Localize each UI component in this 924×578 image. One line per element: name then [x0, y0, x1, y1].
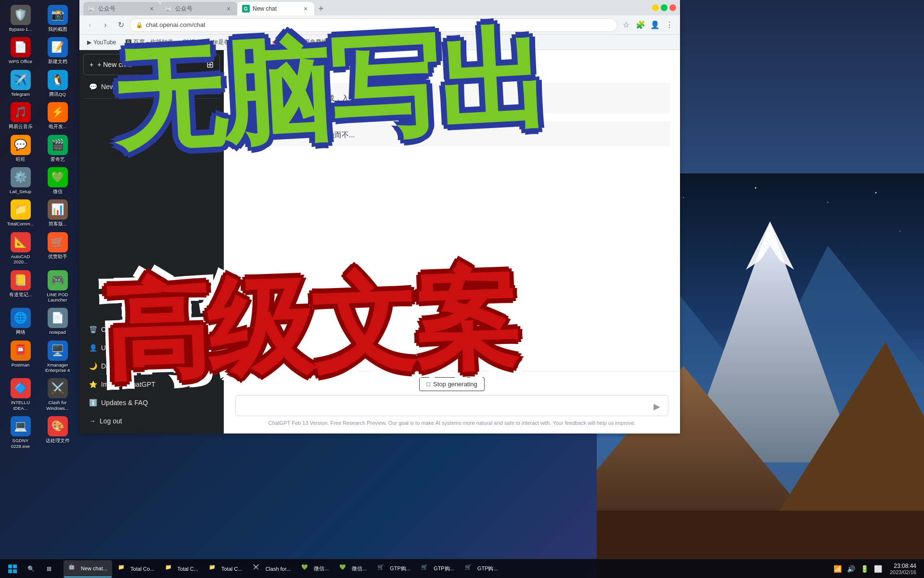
- user-avatar: U: [235, 60, 251, 75]
- tray-sound-icon[interactable]: 🔊: [846, 563, 857, 575]
- chat-input-field[interactable]: [235, 395, 668, 416]
- desktop-icon-intellij[interactable]: 🔷 INTELLIJ IDEA...: [2, 376, 38, 413]
- tab3-close[interactable]: ×: [302, 5, 309, 13]
- total2-app-icon: 📁: [165, 564, 175, 574]
- taskbar-app-newchat[interactable]: 🤖 New chat...: [64, 560, 112, 578]
- wechat2-app-label: 微信...: [352, 565, 367, 572]
- clear-conversations-item[interactable]: 🗑️ Clear conversations: [83, 321, 220, 338]
- total1-app-icon: 📁: [118, 564, 128, 574]
- gtp1-app-label: GTP购...: [390, 565, 411, 572]
- bookmark-kehu[interactable]: 客户登: [240, 37, 265, 47]
- address-bar[interactable]: 🔒 chat.openai.com/chat: [129, 18, 617, 32]
- desktop-icon-aiqiyi[interactable]: 🎬 爱奇艺: [39, 132, 76, 164]
- desktop-icon-wps[interactable]: 📄 WPS Office: [2, 35, 38, 66]
- taskbar-app-gtp3[interactable]: 🛒 GTP购...: [460, 560, 503, 578]
- desktop-icon-dian[interactable]: ⚡ 电开发...: [39, 100, 76, 131]
- browser-tab-1[interactable]: 📰 公众号 ×: [83, 2, 160, 15]
- desktop-icon-adobe[interactable]: 🎨 达处理文件: [39, 414, 76, 451]
- desktop: 🛡️ Bypass-1... 📸 我的截图 📄 WPS Office 📝 新建文…: [0, 0, 924, 578]
- desktop-icon-postman[interactable]: 📮 Postman: [2, 338, 38, 376]
- taskbar-search-button[interactable]: 🔍: [22, 560, 39, 578]
- new-chat-button[interactable]: + + New chat ⊞: [83, 54, 220, 75]
- desktop-icon-total-commander[interactable]: 📁 TotalComm...: [2, 197, 38, 229]
- back-button[interactable]: ‹: [83, 18, 97, 32]
- maximize-button[interactable]: □: [661, 4, 667, 11]
- desktop-icon-youneed[interactable]: 📒 有道笔记...: [2, 268, 38, 305]
- desktop-icon-youzan[interactable]: 🛒 优赞助手: [39, 230, 76, 267]
- desktop-icon-notepad[interactable]: 📄 notepad: [39, 305, 76, 337]
- desktop-icon-bypass[interactable]: 🛡️ Bypass-1...: [2, 2, 38, 34]
- task-view-button[interactable]: ⊞: [40, 560, 58, 578]
- taskbar-app-wechat1[interactable]: 💚 微信...: [296, 560, 334, 578]
- desktop-icon-wangwang[interactable]: 💬 旺旺: [2, 132, 38, 164]
- taskbar-app-clash[interactable]: ⚔️ Clash for...: [248, 560, 295, 578]
- bookmark-star[interactable]: ☆: [619, 18, 633, 32]
- bookmark-baidu[interactable]: 🅱 百度 - 你就知道: [122, 37, 177, 47]
- taskbar-app-gtp1[interactable]: 🛒 GTP购...: [372, 560, 415, 578]
- bookmark-2022[interactable]: 📌 2022年强平免费推...: [267, 37, 336, 47]
- desktop-icon-xmanager[interactable]: 🖥️ Xmanager Enterprise 4: [39, 338, 76, 376]
- desktop-icon-wechat[interactable]: 💚 微信: [39, 165, 76, 197]
- sidebar-chat-item-1[interactable]: 💬 New chat: [83, 78, 220, 95]
- logout-item[interactable]: → Log out: [83, 412, 220, 430]
- send-button[interactable]: ▶: [650, 400, 664, 413]
- desktop-icon-network[interactable]: 🌐 网络: [2, 305, 38, 337]
- taskbar-app-total1[interactable]: 📁 Total Co...: [113, 560, 159, 578]
- trash-icon: 🗑️: [89, 326, 97, 333]
- taskbar-clock[interactable]: 23:08:44 2023/02/16: [886, 563, 920, 575]
- desktop-icon-netease[interactable]: 🎵 网易云音乐: [2, 100, 38, 131]
- tray-show-desktop-icon[interactable]: ⬜: [873, 563, 884, 575]
- chat-footer: ChatGPT Feb 13 Version. Free Research Pr…: [235, 420, 668, 426]
- taskbar-app-wechat2[interactable]: 💚 微信...: [334, 560, 372, 578]
- refresh-button[interactable]: ↻: [114, 18, 128, 32]
- updates-faq-item[interactable]: ℹ️ Updates & FAQ: [83, 394, 220, 411]
- start-button[interactable]: [4, 560, 21, 578]
- profile-button[interactable]: 👤: [648, 18, 662, 32]
- desktop-icon-clash[interactable]: ⚔️ Clash for Windows...: [39, 376, 76, 413]
- desktop-icon-telegram[interactable]: ✈️ Telegram: [2, 67, 38, 99]
- desktop-icon-lail-setup[interactable]: ⚙️ Lail_Setup: [2, 165, 38, 197]
- desktop-icon-sgdny[interactable]: 💻 SGDNY 0228.exe: [2, 414, 38, 451]
- tray-network-icon[interactable]: 📶: [832, 563, 844, 575]
- dark-mode-item[interactable]: 🌙 Dark mode: [83, 357, 220, 375]
- total1-app-label: Total Co...: [130, 566, 154, 572]
- tray-battery-icon[interactable]: 🔋: [859, 563, 871, 575]
- browser-tab-3-active[interactable]: G New chat ×: [237, 2, 314, 15]
- svg-rect-14: [13, 565, 17, 568]
- search-icon: 🔍: [26, 564, 36, 574]
- wechat1-app-label: 微信...: [314, 565, 329, 572]
- plus-icon: +: [90, 61, 93, 68]
- tab-add-button[interactable]: +: [314, 2, 328, 15]
- gtp1-app-icon: 🛒: [377, 564, 387, 574]
- taskbar-app-gtp2[interactable]: 🛒 GTP购...: [416, 560, 459, 578]
- taskbar-running-apps: 🤖 New chat... 📁 Total Co... 📁 Total C...…: [62, 560, 828, 578]
- improve-chatgpt-item[interactable]: ⭐ Improve ChatGPT: [83, 376, 220, 393]
- bookmark-youtube[interactable]: ▶ YouTube: [83, 38, 120, 47]
- browser-tab-2[interactable]: 📰 公众号 ×: [160, 2, 237, 15]
- stop-generating-button[interactable]: □ Stop generating: [419, 377, 485, 391]
- extensions-button[interactable]: 🧩: [634, 18, 647, 32]
- chat-icon: 💬: [89, 83, 97, 91]
- desktop-icons-area: 🛡️ Bypass-1... 📸 我的截图 📄 WPS Office 📝 新建文…: [0, 0, 79, 559]
- desktop-icon-screenshots[interactable]: 📸 我的截图: [39, 2, 76, 34]
- new-badge: NEW: [198, 345, 214, 351]
- tab2-close[interactable]: ×: [225, 5, 232, 13]
- tab1-close[interactable]: ×: [148, 5, 155, 13]
- url-text: chat.openai.com/chat: [146, 21, 205, 28]
- svg-rect-6: [597, 511, 924, 559]
- gtp3-app-icon: 🛒: [465, 564, 475, 574]
- desktop-icon-linepod[interactable]: 🎮 LINE POD Launcher: [39, 268, 76, 305]
- desktop-icon-new-doc[interactable]: 📝 新建文档: [39, 35, 76, 66]
- sidebar-toggle-icon: ⊞: [206, 59, 214, 70]
- bookmark-sms[interactable]: SMS-Activate是在...: [179, 37, 238, 47]
- close-button[interactable]: ×: [669, 4, 676, 11]
- minimize-button[interactable]: –: [652, 4, 659, 11]
- upgrade-plus-item[interactable]: 👤 Upgrade to Plus NEW: [83, 339, 220, 356]
- desktop-icon-jianke[interactable]: 📊 简客版...: [39, 197, 76, 229]
- taskbar-app-total3[interactable]: 📁 Total C...: [204, 560, 247, 578]
- desktop-icon-autocad[interactable]: 📐 AutoCAD 2020...: [2, 230, 38, 267]
- forward-button[interactable]: ›: [99, 18, 112, 32]
- menu-button[interactable]: ⋮: [663, 18, 676, 32]
- taskbar-app-total2[interactable]: 📁 Total C...: [160, 560, 203, 578]
- desktop-icon-qq[interactable]: 🐧 腾讯QQ: [39, 67, 76, 99]
